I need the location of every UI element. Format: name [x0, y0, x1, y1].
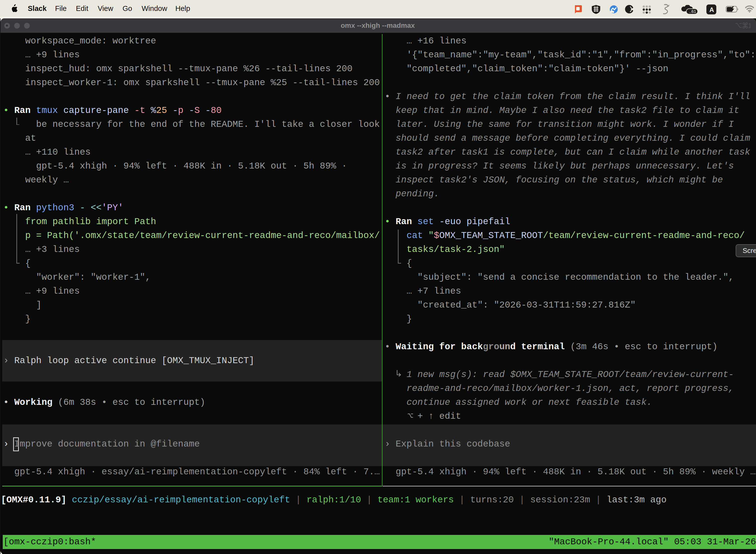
svg-text:1: 1: [748, 22, 751, 29]
svg-text:..61: ..61: [689, 9, 696, 14]
svg-text:A: A: [709, 6, 714, 13]
